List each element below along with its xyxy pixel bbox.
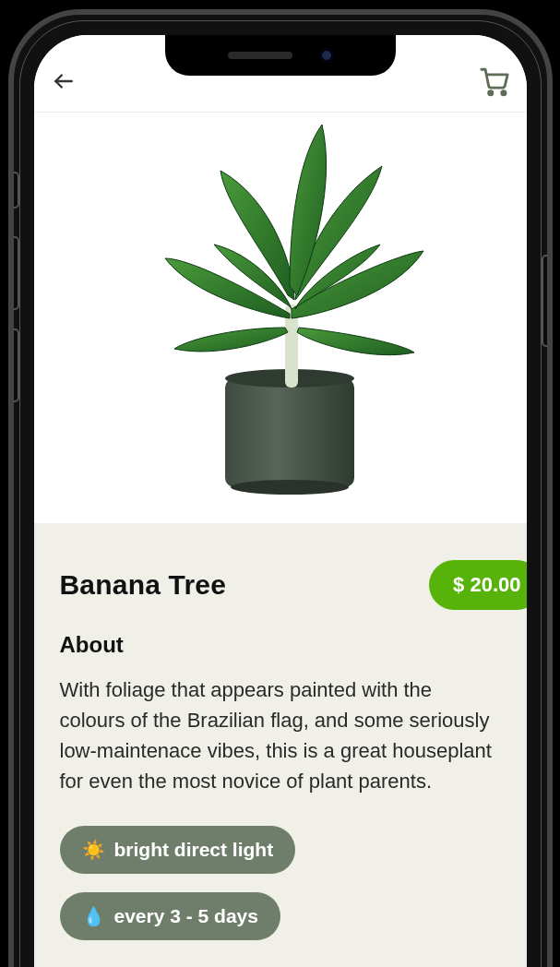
svg-point-2 — [501, 90, 505, 94]
device-mute-switch — [10, 172, 19, 209]
care-chip-list: ☀️ bright direct light 💧 every 3 - 5 day… — [60, 826, 501, 940]
care-chip-light[interactable]: ☀️ bright direct light — [60, 826, 296, 874]
cart-button[interactable] — [475, 62, 514, 101]
app-root: Banana Tree $ 20.00 About With foliage t… — [34, 35, 527, 967]
device-notch — [165, 35, 396, 76]
device-power-button — [542, 255, 551, 347]
back-button[interactable] — [47, 65, 80, 98]
cart-icon — [479, 66, 510, 97]
about-text: With foliage that appears painted with t… — [60, 675, 501, 796]
device-volume-up — [10, 236, 19, 310]
price-text: $ 20.00 — [453, 573, 520, 597]
svg-point-5 — [231, 480, 349, 495]
price-pill[interactable]: $ 20.00 — [429, 560, 526, 610]
product-details: Banana Tree $ 20.00 About With foliage t… — [34, 523, 527, 967]
sun-icon: ☀️ — [82, 839, 105, 861]
about-heading: About — [60, 632, 501, 658]
product-title: Banana Tree — [60, 569, 227, 601]
product-image — [105, 111, 456, 507]
screen: Banana Tree $ 20.00 About With foliage t… — [34, 35, 527, 967]
care-chip-label: every 3 - 5 days — [114, 905, 258, 927]
phone-frame: Banana Tree $ 20.00 About With foliage t… — [8, 9, 553, 967]
device-speaker — [228, 52, 292, 59]
title-row: Banana Tree $ 20.00 — [60, 560, 501, 610]
device-front-camera — [320, 49, 333, 62]
svg-rect-3 — [225, 378, 354, 487]
device-volume-down — [10, 328, 19, 402]
svg-point-1 — [488, 90, 492, 94]
back-arrow-icon — [52, 69, 76, 93]
care-chip-water[interactable]: 💧 every 3 - 5 days — [60, 892, 280, 940]
product-image-panel — [34, 113, 527, 523]
water-drop-icon: 💧 — [82, 905, 105, 927]
care-chip-label: bright direct light — [114, 839, 274, 861]
